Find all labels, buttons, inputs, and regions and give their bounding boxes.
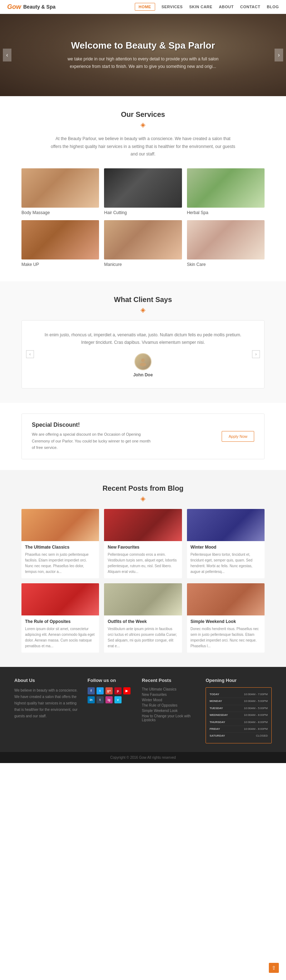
blog-card-content: The Rule of Opposites Lorem ipsum dolor …	[21, 616, 99, 652]
blog-post-image	[21, 509, 99, 541]
nav-blog[interactable]: BLOG	[267, 5, 279, 9]
opening-hour-row: TODAY10:00AM - 7:00PM	[210, 691, 268, 698]
svg-point-1	[140, 363, 146, 366]
footer-about-text: We believe in beauty with a conscience. …	[14, 687, 81, 719]
testimonial-author: John Doe	[40, 353, 246, 377]
nav-about[interactable]: ABOUT	[219, 5, 234, 9]
logo-icon: Gow	[7, 3, 21, 11]
testimonial-prev-button[interactable]: ‹	[26, 350, 34, 358]
footer-about: About Us We believe in beauty with a con…	[14, 678, 81, 743]
opening-hours-box: TODAY10:00AM - 7:00PMMONDAY10:00AM - 5:0…	[205, 687, 272, 743]
service-image	[104, 168, 182, 208]
service-label: Make UP	[21, 262, 99, 267]
blog-card-content: Winter Mood Pellentesque libero tortor, …	[187, 541, 265, 578]
blog-post-title: Simple Weekend Look	[191, 619, 261, 624]
footer-post-link[interactable]: Simple Weekend Look	[142, 709, 199, 713]
google-plus-icon[interactable]: g+	[105, 687, 113, 694]
service-card: Manicure	[104, 220, 182, 267]
service-label: Hair Cutting	[104, 210, 182, 215]
service-card: Skin Care	[187, 220, 265, 267]
footer-post-link[interactable]: The Ultimate Classics	[142, 687, 199, 691]
service-image	[187, 168, 265, 208]
vimeo-icon[interactable]: v	[114, 696, 122, 703]
discount-content: Special Discount! We are offering a spec…	[32, 422, 153, 451]
footer-copyright: Copyright © 2016 Gow All rights reserved	[0, 752, 286, 763]
hero-prev-button[interactable]: ‹	[3, 49, 11, 62]
nav-skincare[interactable]: SKIN CARE	[189, 5, 212, 9]
hero-next-button[interactable]: ›	[275, 49, 283, 62]
blog-title: Recent Posts from Blog	[21, 484, 265, 493]
discount-section: Special Discount! We are offering a spec…	[0, 403, 286, 470]
hero-description: we take pride in our high attention to e…	[61, 56, 225, 70]
twitter-icon[interactable]: t	[97, 687, 104, 694]
service-card: Herbal Spa	[187, 168, 265, 215]
blog-post-image	[187, 509, 265, 541]
avatar	[134, 353, 152, 370]
discount-box: Special Discount! We are offering a spec…	[21, 414, 265, 459]
blog-post-image	[104, 583, 182, 616]
facebook-icon[interactable]: f	[87, 687, 95, 694]
blog-card-content: The Ultimate Classics Phasellus nec sem …	[21, 541, 99, 578]
testimonial-box: ‹ In enim justo, rhoncus ut, imperdiet a…	[21, 320, 265, 388]
footer-follow-title: Follow us on	[87, 678, 135, 683]
footer-post-link[interactable]: Winter Mood	[142, 698, 199, 702]
logo-text: Beauty & Spa	[23, 4, 56, 10]
blog-card: Winter Mood Pellentesque libero tortor, …	[187, 509, 265, 578]
pinterest-icon[interactable]: p	[114, 687, 122, 694]
blog-post-excerpt: Vestibulum ante ipsum primis in faucibus…	[108, 626, 178, 649]
opening-hour-row: THURSDAY10:00AM - 8:00PM	[210, 719, 268, 726]
blog-card: The Rule of Opposites Lorem ipsum dolor …	[21, 583, 99, 652]
hero-title: Welcome to Beauty & Spa Parlor	[61, 40, 225, 51]
footer-recent-posts-title: Recent Posts	[142, 678, 199, 683]
footer-post-link[interactable]: New Favourites	[142, 693, 199, 697]
footer-post-link[interactable]: The Rule of Opposites	[142, 703, 199, 707]
blog-post-title: The Rule of Opposites	[25, 619, 95, 624]
service-card: Hair Cutting	[104, 168, 182, 215]
nav-home[interactable]: HOME	[135, 3, 155, 11]
testimonial-divider: ◈	[21, 306, 265, 314]
opening-day: SATURDAY	[210, 733, 225, 738]
testimonial-title: What Client Says	[21, 296, 265, 304]
blog-post-excerpt: Pellentesque commodo eros a enim. Vestib…	[108, 552, 178, 575]
opening-hour-row: WEDNESDAY10:00AM - 8:00PM	[210, 712, 268, 719]
opening-day: THURSDAY	[210, 720, 225, 725]
service-label: Skin Care	[187, 262, 265, 267]
header: Gow Beauty & Spa HOME SERVICES SKIN CARE…	[0, 0, 286, 14]
footer-follow: Follow us on ftg+p▶intigv	[87, 678, 135, 743]
opening-time: 10:00AM - 8:00PM	[244, 727, 268, 732]
discount-title: Special Discount!	[32, 422, 153, 428]
services-grid: Body Massage Hair Cutting Herbal Spa Mak…	[21, 168, 265, 267]
blog-section: Recent Posts from Blog ◈ The Ultimate Cl…	[0, 470, 286, 667]
blog-post-excerpt: Donec mollis hendrerit risus. Phasellus …	[191, 626, 261, 649]
opening-time: 10:00AM - 7:00PM	[244, 692, 268, 697]
blog-divider: ◈	[21, 495, 265, 503]
service-label: Body Massage	[21, 210, 99, 215]
discount-description: We are offering a special discount on th…	[32, 431, 153, 451]
footer-post-link[interactable]: How to Change your Look with Lipsticks	[142, 714, 199, 722]
blog-card: Simple Weekend Look Donec mollis hendrer…	[187, 583, 265, 652]
opening-day: TODAY	[210, 692, 219, 697]
tumblr-icon[interactable]: t	[97, 696, 104, 703]
footer-about-title: About Us	[14, 678, 81, 683]
blog-post-excerpt: Pellentesque libero tortor, tincidunt et…	[191, 552, 261, 575]
services-section: Our Services ◈ At the Beauty Parlour, we…	[0, 96, 286, 281]
services-title: Our Services	[21, 110, 265, 119]
opening-day: FRIDAY	[210, 727, 220, 732]
testimonial-next-button[interactable]: ›	[252, 350, 260, 358]
service-image	[187, 220, 265, 259]
youtube-icon[interactable]: ▶	[123, 687, 130, 694]
linkedin-icon[interactable]: in	[87, 696, 95, 703]
blog-post-excerpt: Phasellus nec sem in justo pellentesque …	[25, 552, 95, 575]
opening-hour-row: FRIDAY10:00AM - 8:00PM	[210, 726, 268, 733]
footer-recent-posts: Recent Posts The Ultimate ClassicsNew Fa…	[142, 678, 199, 743]
nav-contact[interactable]: CONTACT	[240, 5, 260, 9]
nav-services[interactable]: SERVICES	[162, 5, 183, 9]
opening-day: WEDNESDAY	[210, 713, 228, 718]
opening-time: 10:00AM - 8:00PM	[244, 720, 268, 725]
blog-card-content: Simple Weekend Look Donec mollis hendrer…	[187, 616, 265, 652]
testimonial-section: What Client Says ◈ ‹ In enim justo, rhon…	[0, 281, 286, 403]
apply-now-button[interactable]: Apply Now	[222, 431, 254, 442]
instagram-icon[interactable]: ig	[105, 696, 113, 703]
logo: Gow Beauty & Spa	[7, 3, 135, 11]
opening-time: 10:00AM - 5:00PM	[244, 706, 268, 711]
